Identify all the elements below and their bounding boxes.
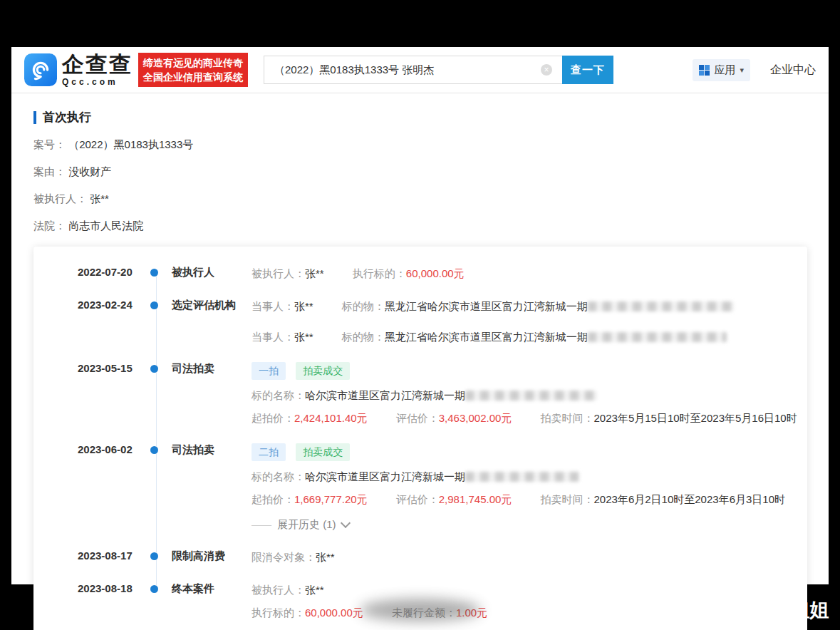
- timeline-date: 2023-08-17: [78, 549, 146, 564]
- brand-name: 企查查: [62, 53, 133, 76]
- apps-grid-icon: [699, 65, 710, 76]
- case-number-value: （2022）黑0183执1333号: [68, 138, 193, 150]
- auction-time: 2023年6月2日10时至2023年6月3日10时: [594, 493, 785, 505]
- section-title: 首次执行: [33, 109, 807, 125]
- apps-menu[interactable]: 应用 ▾: [693, 59, 750, 81]
- timeline-event: 司法拍卖: [172, 443, 252, 532]
- executee-field: 被执行人： 张**: [33, 192, 807, 206]
- qcc-logo[interactable]: 企查查 Qcc.com: [24, 53, 133, 86]
- site-header: 企查查 Qcc.com 缔造有远见的商业传奇 全国企业信用查询系统 × 查一下 …: [11, 47, 829, 93]
- timeline-event: 被执行人: [172, 266, 252, 281]
- auction-status-badge: 拍卖成交: [296, 443, 350, 461]
- auction-status-badge: 拍卖成交: [296, 362, 350, 380]
- enterprise-center-link[interactable]: 企业中心: [770, 63, 816, 78]
- timeline-date: 2023-08-18: [78, 582, 146, 620]
- apps-label: 应用: [714, 63, 735, 77]
- timeline-event: 限制高消费: [172, 549, 252, 564]
- header-nav: 应用 ▾ 企业中心: [693, 59, 816, 81]
- timeline-date: 2023-06-02: [78, 443, 146, 532]
- search-input[interactable]: [264, 56, 562, 84]
- timeline-row: 2022-07-20 被执行人 被执行人：张** 执行标的：60,000.00元: [33, 266, 790, 281]
- timeline-event: 选定评估机构: [172, 299, 252, 344]
- redacted-text: [588, 301, 734, 311]
- timeline-date: 2023-02-24: [78, 299, 146, 344]
- timeline-row: 2023-08-17 限制高消费 限消令对象：张**: [33, 549, 790, 564]
- court-field: 法院： 尚志市人民法院: [33, 220, 807, 233]
- starting-price: 2,424,101.40元: [294, 412, 368, 424]
- appraisal-price: 3,463,002.00元: [439, 412, 512, 424]
- content-area: 首次执行 案号： （2022）黑0183执1333号 案由： 没收财产 被执行人…: [11, 93, 829, 630]
- search-bar: × 查一下: [264, 56, 613, 84]
- appraisal-price: 2,981,745.00元: [439, 493, 512, 505]
- executee-value: 张**: [90, 192, 109, 205]
- main-page: 企查查 Qcc.com 缔造有远见的商业传奇 全国企业信用查询系统 × 查一下 …: [11, 47, 829, 584]
- timeline-dot-icon: [150, 365, 158, 373]
- search-button[interactable]: 查一下: [562, 56, 613, 84]
- timeline-date: 2022-07-20: [78, 266, 146, 281]
- starting-price: 1,669,777.20元: [294, 493, 368, 505]
- redacted-text: [588, 332, 727, 342]
- timeline-row: 2023-05-15 司法拍卖 一拍 拍卖成交 标的名称：哈尔滨市道里区富力江湾…: [33, 362, 790, 425]
- execution-amount: 60,000.00元: [406, 267, 465, 279]
- execution-amount: 60,000.00元: [305, 606, 363, 619]
- title-accent-bar: [33, 111, 36, 124]
- timeline-event: 终本案件: [172, 582, 252, 620]
- chevron-down-icon: [340, 517, 350, 527]
- slogan-line-1: 缔造有远见的商业传奇: [143, 56, 243, 70]
- slogan-banner: 缔造有远见的商业传奇 全国企业信用查询系统: [138, 53, 248, 88]
- timeline-dot-icon: [150, 552, 158, 560]
- court-value: 尚志市人民法院: [68, 220, 143, 232]
- slogan-line-2: 全国企业信用查询系统: [143, 70, 243, 84]
- timeline-row: 2023-02-24 选定评估机构 当事人：张** 标的物：黑龙江省哈尔滨市道里…: [33, 299, 790, 344]
- case-reason-field: 案由： 没收财产: [33, 165, 807, 179]
- weibo-icon: [684, 598, 708, 622]
- expand-history-link[interactable]: —— 展开历史 (1): [252, 517, 349, 532]
- blurred-watermark: [360, 599, 481, 621]
- auction-time: 2023年5月15日10时至2023年5月16日10时: [594, 412, 797, 424]
- timeline-card: 2022-07-20 被执行人 被执行人：张** 执行标的：60,000.00元…: [33, 247, 807, 630]
- brand-domain: Qcc.com: [62, 78, 133, 86]
- timeline-date: 2023-05-15: [78, 362, 146, 425]
- weibo-credit: @吴楠小姐姐: [684, 597, 829, 623]
- timeline-event: 司法拍卖: [172, 362, 252, 425]
- timeline-dot-icon: [150, 269, 158, 277]
- timeline-dot-icon: [150, 446, 158, 454]
- auction-round-badge: 一拍: [252, 362, 286, 380]
- timeline-row: 2023-06-02 司法拍卖 二拍 拍卖成交 标的名称：哈尔滨市道里区富力江湾…: [33, 443, 790, 532]
- redacted-text: [465, 391, 597, 401]
- section-title-text: 首次执行: [43, 109, 91, 125]
- auction-round-badge: 二拍: [252, 443, 286, 461]
- caret-down-icon: ▾: [740, 66, 744, 75]
- timeline-dot-icon: [150, 585, 158, 593]
- clear-icon[interactable]: ×: [541, 64, 552, 76]
- case-reason-value: 没收财产: [68, 165, 111, 177]
- timeline-dot-icon: [150, 301, 158, 309]
- qcc-logo-icon: [24, 53, 57, 86]
- redacted-text: [465, 472, 579, 482]
- case-number-field: 案号： （2022）黑0183执1333号: [33, 138, 807, 152]
- credit-text: @吴楠小姐姐: [714, 597, 829, 623]
